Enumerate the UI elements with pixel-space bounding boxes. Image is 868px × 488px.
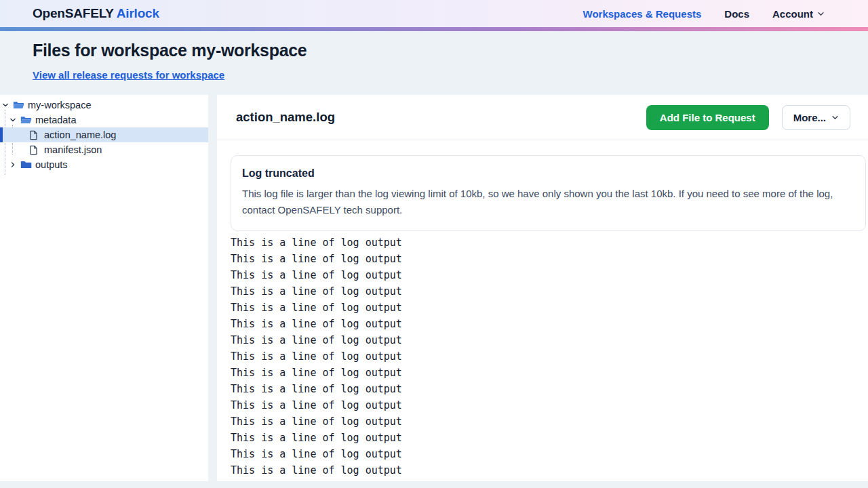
file-actions: Add File to Request More... (646, 105, 850, 130)
nav-links: Workspaces & Requests Docs Account (583, 8, 825, 20)
folder-closed-icon (20, 160, 32, 169)
tree-item-metadata[interactable]: metadata (0, 113, 208, 127)
tree-item-label: metadata (35, 115, 76, 125)
page-header: Files for workspace my-workspace View al… (0, 31, 868, 95)
tree-item-outputs[interactable]: outputs (0, 157, 208, 172)
app-logo[interactable]: OpenSAFELY Airlock (33, 6, 159, 21)
nav-workspaces-requests[interactable]: Workspaces & Requests (583, 8, 702, 20)
file-icon (29, 130, 41, 140)
tree-item-label: manifest.json (44, 144, 102, 155)
folder-open-icon (13, 100, 24, 110)
tree-item-my-workspace[interactable]: my-workspace (0, 98, 208, 113)
folder-open-icon (20, 115, 32, 125)
file-viewer-panel: action_name.log Add File to Request More… (217, 95, 868, 481)
panel-gap (208, 95, 217, 481)
logo-primary: OpenSAFELY (33, 6, 113, 20)
chevron-down-icon (817, 10, 825, 18)
chevron-right-icon[interactable] (9, 161, 17, 168)
file-viewer-header: action_name.log Add File to Request More… (217, 95, 868, 140)
page-title: Files for workspace my-workspace (33, 41, 835, 60)
chevron-down-icon[interactable] (9, 117, 17, 123)
add-file-to-request-button[interactable]: Add File to Request (646, 105, 769, 130)
tree-item-label: action_name.log (44, 129, 116, 140)
alert-title: Log truncated (242, 167, 854, 180)
view-release-requests-link[interactable]: View all release requests for workspace (33, 69, 224, 81)
file-tree-sidebar: my-workspace metadata action_name.log ma… (0, 95, 208, 481)
file-title: action_name.log (236, 110, 335, 125)
file-icon (29, 145, 41, 155)
logo-secondary: Airlock (117, 6, 159, 20)
tree-item-action-name-log[interactable]: action_name.log (0, 127, 208, 142)
chevron-down-icon (831, 114, 839, 121)
chevron-down-icon[interactable] (1, 102, 9, 108)
top-nav: OpenSAFELY Airlock Workspaces & Requests… (0, 0, 868, 27)
tree-item-label: my-workspace (28, 100, 91, 110)
nav-docs[interactable]: Docs (724, 8, 749, 20)
nav-account-menu[interactable]: Account (772, 8, 825, 20)
nav-account-label: Account (772, 8, 813, 20)
log-output: This is a line of log output This is a l… (231, 235, 866, 481)
more-button-label: More... (793, 112, 826, 123)
file-viewer-body: Log truncated This log file is larger th… (217, 140, 868, 481)
log-truncated-alert: Log truncated This log file is larger th… (231, 155, 866, 231)
more-actions-button[interactable]: More... (782, 105, 850, 130)
content-area: my-workspace metadata action_name.log ma… (0, 95, 868, 481)
tree-item-manifest-json[interactable]: manifest.json (0, 142, 208, 157)
tree-item-label: outputs (35, 159, 68, 170)
alert-body: This log file is larger than the log vie… (242, 186, 854, 218)
